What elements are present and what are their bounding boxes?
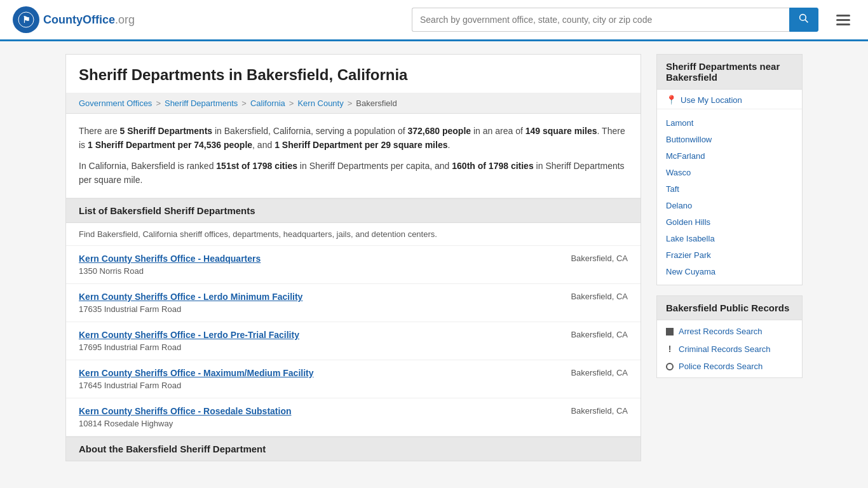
office-info: Kern County Sheriffs Office - Headquarte… [79,254,261,276]
nearby-city-link[interactable]: Buttonwillow [666,135,712,144]
office-row: Kern County Sheriffs Office - Rosedale S… [66,398,641,437]
circle-icon [666,363,674,370]
nearby-links-list: LamontButtonwillowMcFarlandWascoTaftDela… [657,109,802,285]
office-info: Kern County Sheriffs Office - Lerdo Pre-… [79,330,299,352]
office-address: 17635 Industrial Farm Road [79,304,181,314]
public-records-link[interactable]: Arrest Records Search [679,327,763,336]
header: ⚑ CountyOffice.org [0,0,868,41]
office-name-link[interactable]: Kern County Sheriffs Office - Lerdo Mini… [79,292,302,302]
menu-icon-line1 [836,15,850,17]
office-info: Kern County Sheriffs Office - Rosedale S… [79,406,292,428]
desc-mid2: in an area of [471,126,526,136]
nearby-header: Sheriff Departments near Bakersfield [657,55,802,90]
public-records-item: Arrest Records Search [657,323,802,340]
nearby-box: Sheriff Departments near Bakersfield 📍 U… [656,54,803,285]
logo-text: CountyOffice.org [43,13,135,27]
breadcrumb-sep-3: > [289,98,294,108]
office-address: 10814 Rosedale Highway [79,419,173,428]
desc-mid5: . [447,140,450,150]
logo-area[interactable]: ⚑ CountyOffice.org [13,6,135,33]
svg-point-2 [800,15,806,21]
exclaim-icon: ! [666,344,674,354]
page-title: Sheriff Departments in Bakersfield, Cali… [79,66,628,84]
desc-mid1: in Bakersfield, California, serving a po… [212,126,407,136]
list-section-header: List of Bakersfield Sheriff Departments [66,198,641,223]
office-info: Kern County Sheriffs Office - Maximum/Me… [79,368,314,390]
nearby-city-link[interactable]: Delano [666,201,692,210]
desc-rank-intro: In California, Bakersfield is ranked [79,161,216,171]
main-content: Sheriff Departments in Bakersfield, Cali… [65,54,641,461]
public-records-item: Police Records Search [657,358,802,375]
breadcrumb: Government Offices > Sheriff Departments… [66,93,641,114]
office-city: Bakersfield, CA [571,406,628,416]
breadcrumb-gov-offices[interactable]: Government Offices [79,98,152,108]
nearby-city-link[interactable]: Wasco [666,168,691,177]
breadcrumb-sep-1: > [156,98,161,108]
desc-bold5: 1 Sheriff Department per 29 square miles [275,140,447,150]
desc-rank-mid: in Sheriff Departments per capita, and [297,161,452,171]
search-input[interactable] [412,8,789,32]
nearby-city-link[interactable]: Frazier Park [666,250,711,260]
office-info: Kern County Sheriffs Office - Lerdo Mini… [79,292,302,314]
desc-bold2: 372,680 people [407,126,471,136]
list-description: Find Bakersfield, California sheriff off… [66,223,641,246]
nearby-link-item: Wasco [657,164,802,180]
breadcrumb-kern-county[interactable]: Kern County [297,98,343,108]
nearby-city-link[interactable]: New Cuyama [666,267,715,276]
nearby-link-item: Lake Isabella [657,230,802,247]
office-name-link[interactable]: Kern County Sheriffs Office - Rosedale S… [79,406,292,416]
office-address: 17645 Industrial Farm Road [79,381,181,390]
nearby-link-item: Delano [657,197,802,214]
nearby-link-item: Frazier Park [657,247,802,263]
search-button[interactable] [789,8,818,32]
page-title-bar: Sheriff Departments in Bakersfield, Cali… [66,55,641,93]
office-address: 1350 Norris Road [79,266,144,276]
office-name-link[interactable]: Kern County Sheriffs Office - Lerdo Pre-… [79,330,299,340]
use-my-location-link[interactable]: Use My Location [681,95,742,105]
public-records-header: Bakersfield Public Records [657,296,802,320]
office-city: Bakersfield, CA [571,292,628,301]
desc-bold1: 5 Sheriff Departments [120,126,212,136]
office-name-link[interactable]: Kern County Sheriffs Office - Headquarte… [79,254,261,264]
nearby-city-link[interactable]: McFarland [666,151,705,161]
office-row: Kern County Sheriffs Office - Maximum/Me… [66,360,641,398]
breadcrumb-california[interactable]: California [250,98,285,108]
location-pin-icon: 📍 [666,95,677,105]
nearby-city-link[interactable]: Lamont [666,118,693,128]
about-section-header: About the Bakersfield Sheriff Department [66,437,641,461]
office-address: 17695 Industrial Farm Road [79,342,181,352]
breadcrumb-sep-2: > [241,98,247,108]
description-area: There are 5 Sheriff Departments in Baker… [66,114,641,198]
svg-line-3 [805,20,808,22]
desc-bold3: 149 square miles [526,126,597,136]
menu-button[interactable] [831,12,855,28]
desc-bold6: 151st of 1798 cities [216,161,297,171]
public-records-list: Arrest Records Search!Criminal Records S… [657,320,802,377]
breadcrumb-sheriff-depts[interactable]: Sheriff Departments [165,98,238,108]
breadcrumb-sep-4: > [348,98,353,108]
desc-bold7: 160th of 1798 cities [452,161,533,171]
content-wrapper: Sheriff Departments in Bakersfield, Cali… [53,41,815,474]
public-records-link[interactable]: Police Records Search [679,362,763,371]
office-city: Bakersfield, CA [571,254,628,263]
desc-intro: There are [79,126,120,136]
office-row: Kern County Sheriffs Office - Lerdo Mini… [66,284,641,322]
sidebar: Sheriff Departments near Bakersfield 📍 U… [656,54,803,461]
office-row: Kern County Sheriffs Office - Headquarte… [66,246,641,284]
nearby-link-item: New Cuyama [657,263,802,280]
nearby-link-item: Buttonwillow [657,131,802,147]
public-records-item: !Criminal Records Search [657,340,802,358]
menu-icon-line2 [836,19,850,21]
offices-container: Kern County Sheriffs Office - Headquarte… [66,246,641,437]
office-name-link[interactable]: Kern County Sheriffs Office - Maximum/Me… [79,368,314,378]
nearby-link-item: Lamont [657,114,802,131]
nearby-city-link[interactable]: Lake Isabella [666,234,715,243]
nearby-city-link[interactable]: Taft [666,184,679,194]
use-location-item[interactable]: 📍 Use My Location [657,90,802,109]
nearby-city-link[interactable]: Golden Hills [666,217,710,227]
logo-icon: ⚑ [13,6,39,33]
office-row: Kern County Sheriffs Office - Lerdo Pre-… [66,322,641,360]
public-records-link[interactable]: Criminal Records Search [679,344,771,354]
svg-text:⚑: ⚑ [22,15,31,25]
desc-bold4: 1 Sheriff Department per 74,536 people [88,140,252,150]
